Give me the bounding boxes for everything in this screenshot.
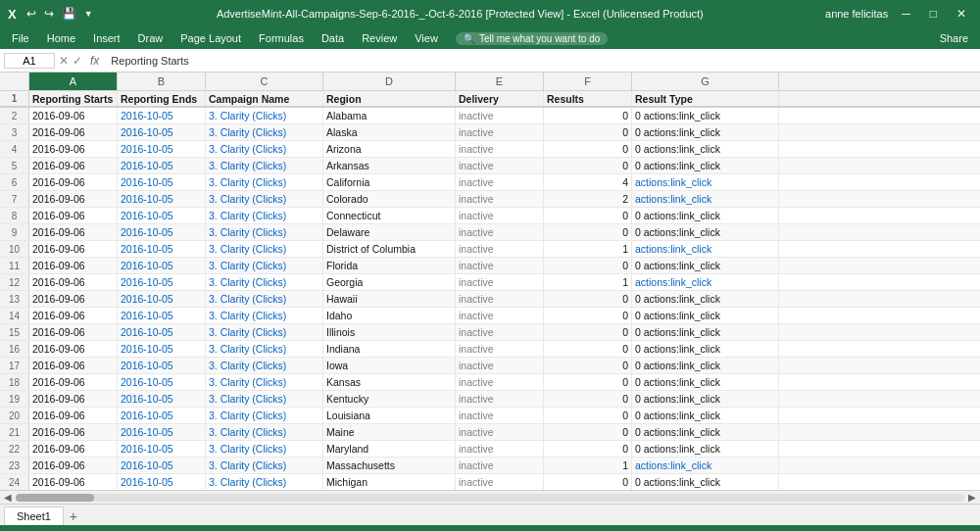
cell-region[interactable]: Massachusetts — [323, 458, 456, 473]
cell-reporting-end[interactable]: 2016-10-05 — [118, 358, 206, 373]
quick-access-undo[interactable]: ↩ — [24, 5, 38, 23]
cell-reporting-end[interactable]: 2016-10-05 — [118, 108, 206, 123]
cell-delivery[interactable]: inactive — [456, 424, 544, 440]
cell-reporting-end[interactable]: 2016-10-05 — [118, 424, 206, 440]
cell-reporting-start[interactable]: 2016-09-06 — [29, 108, 118, 123]
cell-reporting-start[interactable]: 2016-09-06 — [29, 224, 118, 240]
cell-delivery[interactable]: inactive — [456, 141, 544, 157]
cell-reporting-end[interactable]: 2016-10-05 — [118, 441, 206, 457]
cell-reporting-start[interactable]: 2016-09-06 — [29, 241, 118, 257]
header-campaign-name[interactable]: Campaign Name — [206, 91, 323, 106]
cell-delivery[interactable]: inactive — [456, 124, 544, 140]
header-region[interactable]: Region — [323, 91, 456, 106]
cell-reporting-start[interactable]: 2016-09-06 — [29, 158, 118, 173]
cell-result-type[interactable]: 0 actions:link_click — [632, 308, 779, 323]
cell-results[interactable]: 0 — [544, 441, 632, 457]
cell-result-type[interactable]: 0 actions:link_click — [632, 224, 779, 240]
cell-reporting-start[interactable]: 2016-09-06 — [29, 174, 118, 190]
confirm-formula-icon[interactable]: ✓ — [73, 54, 82, 68]
header-reporting-ends[interactable]: Reporting Ends — [118, 91, 206, 106]
cell-result-type[interactable]: 0 actions:link_click — [632, 208, 779, 223]
cell-reporting-end[interactable]: 2016-10-05 — [118, 391, 206, 407]
cell-results[interactable]: 0 — [544, 158, 632, 173]
cell-reporting-end[interactable]: 2016-10-05 — [118, 174, 206, 190]
cell-delivery[interactable]: inactive — [456, 108, 544, 123]
cell-campaign-name[interactable]: 3. Clarity (Clicks) — [206, 291, 323, 307]
cell-campaign-name[interactable]: 3. Clarity (Clicks) — [206, 374, 323, 390]
cell-reporting-start[interactable]: 2016-09-06 — [29, 258, 118, 273]
cell-campaign-name[interactable]: 3. Clarity (Clicks) — [206, 308, 323, 323]
cell-campaign-name[interactable]: 3. Clarity (Clicks) — [206, 474, 323, 490]
menu-draw[interactable]: Draw — [130, 30, 172, 46]
cell-delivery[interactable]: inactive — [456, 341, 544, 357]
cell-region[interactable]: Arizona — [323, 141, 456, 157]
cell-reporting-end[interactable]: 2016-10-05 — [118, 208, 206, 223]
cell-reporting-end[interactable]: 2016-10-05 — [118, 324, 206, 340]
cell-reporting-end[interactable]: 2016-10-05 — [118, 158, 206, 173]
cell-reporting-start[interactable]: 2016-09-06 — [29, 441, 118, 457]
cell-results[interactable]: 1 — [544, 458, 632, 473]
cell-result-type[interactable]: 0 actions:link_click — [632, 424, 779, 440]
cell-campaign-name[interactable]: 3. Clarity (Clicks) — [206, 191, 323, 207]
cell-reporting-end[interactable]: 2016-10-05 — [118, 274, 206, 290]
cell-reporting-start[interactable]: 2016-09-06 — [29, 274, 118, 290]
col-header-c[interactable]: C — [206, 72, 323, 90]
cell-delivery[interactable]: inactive — [456, 158, 544, 173]
cell-reporting-end[interactable]: 2016-10-05 — [118, 341, 206, 357]
cell-delivery[interactable]: inactive — [456, 241, 544, 257]
cell-result-type[interactable]: 0 actions:link_click — [632, 391, 779, 407]
cell-results[interactable]: 0 — [544, 108, 632, 123]
cell-reporting-start[interactable]: 2016-09-06 — [29, 191, 118, 207]
cell-region[interactable]: Delaware — [323, 224, 456, 240]
cell-region[interactable]: Michigan — [323, 474, 456, 490]
add-sheet-button[interactable]: + — [64, 507, 83, 525]
cell-delivery[interactable]: inactive — [456, 474, 544, 490]
cell-region[interactable]: Kansas — [323, 374, 456, 390]
cell-reporting-end[interactable]: 2016-10-05 — [118, 408, 206, 423]
cell-reporting-end[interactable]: 2016-10-05 — [118, 458, 206, 473]
cell-campaign-name[interactable]: 3. Clarity (Clicks) — [206, 208, 323, 223]
cell-results[interactable]: 0 — [544, 424, 632, 440]
cell-result-type[interactable]: 0 actions:link_click — [632, 341, 779, 357]
cell-reporting-end[interactable]: 2016-10-05 — [118, 308, 206, 323]
cell-campaign-name[interactable]: 3. Clarity (Clicks) — [206, 224, 323, 240]
cell-results[interactable]: 0 — [544, 208, 632, 223]
cell-region[interactable]: Kentucky — [323, 391, 456, 407]
col-header-a[interactable]: A — [29, 72, 118, 90]
col-header-b[interactable]: B — [118, 72, 206, 90]
menu-home[interactable]: Home — [39, 30, 83, 46]
cell-delivery[interactable]: inactive — [456, 308, 544, 323]
cell-reporting-start[interactable]: 2016-09-06 — [29, 341, 118, 357]
menu-data[interactable]: Data — [314, 30, 352, 46]
cell-results[interactable]: 0 — [544, 291, 632, 307]
cell-delivery[interactable]: inactive — [456, 458, 544, 473]
cell-results[interactable]: 0 — [544, 141, 632, 157]
menu-insert[interactable]: Insert — [85, 30, 128, 46]
cell-results[interactable]: 1 — [544, 241, 632, 257]
menu-formulas[interactable]: Formulas — [251, 30, 312, 46]
cell-result-type[interactable]: actions:link_click — [632, 191, 779, 207]
cell-results[interactable]: 0 — [544, 308, 632, 323]
cell-campaign-name[interactable]: 3. Clarity (Clicks) — [206, 158, 323, 173]
cell-reporting-start[interactable]: 2016-09-06 — [29, 308, 118, 323]
cell-region[interactable]: Iowa — [323, 358, 456, 373]
cell-campaign-name[interactable]: 3. Clarity (Clicks) — [206, 108, 323, 123]
share-button[interactable]: Share — [932, 30, 976, 46]
cell-result-type[interactable]: 0 actions:link_click — [632, 124, 779, 140]
horizontal-scrollbar[interactable]: ◀ ▶ — [0, 490, 980, 504]
cell-campaign-name[interactable]: 3. Clarity (Clicks) — [206, 441, 323, 457]
cell-reference-box[interactable] — [4, 53, 55, 69]
cell-region[interactable]: Maine — [323, 424, 456, 440]
cell-reporting-end[interactable]: 2016-10-05 — [118, 374, 206, 390]
col-header-f[interactable]: F — [544, 72, 632, 90]
cell-result-type[interactable]: 0 actions:link_click — [632, 374, 779, 390]
cell-results[interactable]: 0 — [544, 258, 632, 273]
cell-result-type[interactable]: 0 actions:link_click — [632, 158, 779, 173]
cell-reporting-end[interactable]: 2016-10-05 — [118, 291, 206, 307]
cell-campaign-name[interactable]: 3. Clarity (Clicks) — [206, 408, 323, 423]
cell-campaign-name[interactable]: 3. Clarity (Clicks) — [206, 258, 323, 273]
cell-result-type[interactable]: actions:link_click — [632, 458, 779, 473]
cell-reporting-start[interactable]: 2016-09-06 — [29, 124, 118, 140]
cell-result-type[interactable]: actions:link_click — [632, 241, 779, 257]
cell-delivery[interactable]: inactive — [456, 408, 544, 423]
